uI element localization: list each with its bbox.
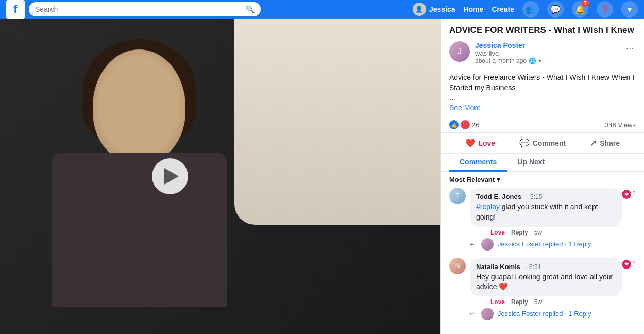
- comment-bubble-wrapper: Natalia Komis · 6:51 Hey guapa! Looking …: [470, 258, 622, 306]
- comment-love-link[interactable]: Love: [490, 298, 505, 306]
- reply-row[interactable]: ↩ Jessica Foster replied · 1 Reply: [449, 238, 636, 250]
- friends-icon: 👥: [526, 5, 536, 14]
- comment-love-link[interactable]: Love: [490, 229, 505, 236]
- love-action-button[interactable]: ❤️ Love: [449, 135, 511, 151]
- post-stats: 👍 ❤️ 26 346 Views: [441, 117, 644, 133]
- messenger-icon-btn[interactable]: 💬: [547, 1, 564, 18]
- navbar: f 🔍 👤 Jessica Home Create 👥 💬 🔔 7 ❓ ▾: [0, 0, 644, 19]
- reply-row[interactable]: ↩ Jessica Foster replied · 1 Reply: [449, 308, 636, 320]
- tabs-row: Comments Up Next: [441, 154, 644, 172]
- status-text: was live.: [475, 49, 501, 57]
- nav-right: 👤 Jessica Home Create 👥 💬 🔔 7 ❓ ▾: [413, 1, 638, 18]
- reply-author: Jessica Foster: [498, 310, 541, 318]
- reply-avatar: [481, 238, 494, 250]
- comment-reply-link[interactable]: Reply: [511, 298, 528, 306]
- ellipsis-text: ...: [449, 93, 455, 102]
- notifications-icon-btn[interactable]: 🔔 7: [572, 1, 588, 18]
- post-header: ADVICE FOR WRITERS - What I Wish I Knew …: [441, 19, 644, 69]
- filter-chevron-icon: ▾: [497, 176, 500, 183]
- comment-reply-link[interactable]: Reply: [511, 229, 528, 236]
- post-description: Advice for Freelance Writers - What I Wi…: [441, 69, 644, 117]
- help-icon: ❓: [600, 5, 610, 14]
- avatar: 👤: [413, 3, 426, 16]
- search-bar: 🔍: [29, 2, 261, 16]
- comment-timestamp: · 6:51: [526, 263, 541, 271]
- comments-filter[interactable]: Most Relevant ▾: [441, 172, 644, 188]
- help-icon-btn[interactable]: ❓: [597, 1, 613, 18]
- more-icon-btn[interactable]: ▾: [621, 1, 638, 18]
- main-content: ADVICE FOR WRITERS - What I Wish I Knew …: [0, 0, 644, 334]
- reactions: 👍 ❤️ 26: [449, 120, 479, 129]
- reply-author: Jessica Foster: [498, 240, 541, 248]
- play-icon: [164, 168, 179, 185]
- reaction-count: 26: [472, 121, 479, 129]
- comment-avatar: T: [449, 188, 466, 204]
- reply-text: Jessica Foster replied · 1 Reply: [498, 240, 591, 248]
- room-background: [234, 19, 440, 225]
- comment-actions: Love Reply 5w: [470, 227, 622, 236]
- tab-comments[interactable]: Comments: [449, 154, 507, 172]
- reply-label: replied · 1 Reply: [543, 310, 591, 318]
- reply-avatar: [481, 308, 494, 320]
- search-icon: 🔍: [246, 5, 255, 13]
- friends-icon-btn[interactable]: 👥: [522, 1, 539, 18]
- share-action-button[interactable]: ↗ Share: [574, 135, 636, 151]
- facebook-logo[interactable]: f: [6, 0, 25, 19]
- filter-label: Most Relevant: [449, 176, 495, 183]
- play-button[interactable]: [152, 158, 188, 194]
- comment-bubble-row: N Natalia Komis · 6:51 Hey guapa! Lookin…: [449, 258, 622, 306]
- comment-reaction-area: ❤ 1: [622, 258, 636, 269]
- author-status: was live.: [475, 49, 541, 57]
- globe-icon: 🌐: [529, 57, 536, 64]
- video-background: [0, 19, 440, 334]
- view-count: 346 Views: [605, 121, 636, 129]
- comment-love-badge-icon: ❤: [622, 190, 631, 199]
- comment-with-reaction: T Todd E. Jones · 5:15 #replay glad you …: [449, 188, 636, 236]
- love-reaction-icon: ❤️: [461, 120, 470, 129]
- comment-action-button[interactable]: 💬 Comment: [511, 135, 574, 151]
- time-text: about a month ago: [475, 57, 527, 64]
- author-name[interactable]: Jessica Foster: [475, 41, 541, 49]
- comment-avatar: N: [449, 258, 466, 274]
- author-time: about a month ago 🌐 ▾: [475, 57, 541, 64]
- comment-time-ago: 5w: [534, 298, 542, 306]
- comment-author[interactable]: Natalia Komis: [476, 263, 520, 271]
- notification-badge: 7: [581, 0, 589, 7]
- comment-with-reaction: N Natalia Komis · 6:51 Hey guapa! Lookin…: [449, 258, 636, 306]
- comment-bubble: Todd E. Jones · 5:15 #replay glad you st…: [470, 188, 622, 226]
- post-meta: J Jessica Foster was live. about a month…: [449, 41, 636, 64]
- person-body: [52, 153, 227, 307]
- heart-icon: ❤️: [465, 138, 476, 148]
- comment-author[interactable]: Todd E. Jones: [476, 193, 521, 201]
- comment-reaction-area: ❤ 1: [622, 188, 636, 199]
- person-face: [93, 49, 185, 163]
- post-more-button[interactable]: ···: [624, 41, 636, 56]
- share-icon: ↗: [590, 138, 597, 148]
- see-more-link[interactable]: See More: [449, 104, 481, 112]
- reply-label: replied · 1 Reply: [543, 240, 591, 248]
- post-actions: ❤️ Love 💬 Comment ↗ Share: [441, 133, 644, 154]
- comments-list: T Todd E. Jones · 5:15 #replay glad you …: [441, 188, 644, 334]
- dropdown-icon: ▾: [538, 57, 541, 64]
- comment-bubble: Natalia Komis · 6:51 Hey guapa! Looking …: [470, 258, 622, 296]
- post-author-area: J Jessica Foster was live. about a month…: [449, 41, 541, 64]
- love-label: Love: [479, 139, 496, 147]
- comment-bubble-wrapper: Todd E. Jones · 5:15 #replay glad you st…: [470, 188, 622, 236]
- comment-love-badge-icon: ❤: [622, 260, 631, 269]
- nav-home-link[interactable]: Home: [464, 5, 484, 13]
- nav-user[interactable]: 👤 Jessica: [413, 3, 455, 16]
- nav-create-link[interactable]: Create: [492, 5, 514, 13]
- description-text: Advice for Freelance Writers - What I Wi…: [449, 73, 634, 92]
- sidebar-panel: ADVICE FOR WRITERS - What I Wish I Knew …: [440, 19, 644, 334]
- comment-actions: Love Reply 5w: [470, 296, 622, 306]
- chevron-down-icon: ▾: [628, 5, 632, 14]
- tab-up-next[interactable]: Up Next: [507, 154, 555, 172]
- share-label: Share: [600, 139, 620, 147]
- search-input[interactable]: [35, 5, 246, 13]
- comment-time-ago: 5w: [534, 229, 542, 236]
- reply-expand-icon: ↩: [470, 310, 475, 318]
- comment-bubble-row: T Todd E. Jones · 5:15 #replay glad you …: [449, 188, 622, 236]
- author-avatar: J: [449, 41, 470, 62]
- comment-reaction-count: 1: [632, 190, 636, 197]
- comment-icon: 💬: [519, 138, 530, 148]
